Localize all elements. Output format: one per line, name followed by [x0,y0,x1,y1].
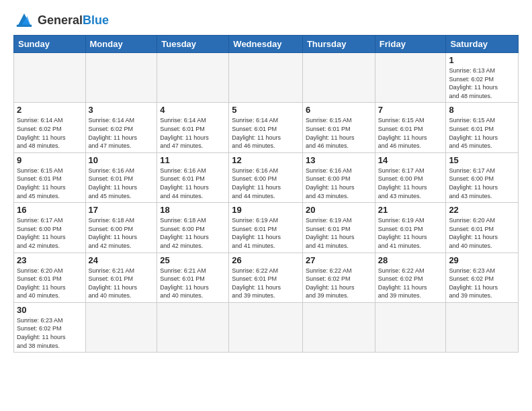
weekday-header-sunday: Sunday [14,36,86,53]
day-info: Sunrise: 6:22 AM Sunset: 6:02 PM Dayligh… [378,267,443,300]
calendar-cell: 25Sunrise: 6:21 AM Sunset: 6:01 PM Dayli… [157,253,229,302]
day-info: Sunrise: 6:20 AM Sunset: 6:01 PM Dayligh… [17,267,83,300]
calendar-cell [446,302,519,352]
day-info: Sunrise: 6:16 AM Sunset: 6:00 PM Dayligh… [306,167,372,200]
calendar-cell: 2Sunrise: 6:14 AM Sunset: 6:02 PM Daylig… [14,103,86,152]
calendar-cell: 22Sunrise: 6:20 AM Sunset: 6:01 PM Dayli… [446,203,519,253]
day-info: Sunrise: 6:15 AM Sunset: 6:01 PM Dayligh… [449,116,515,150]
calendar-cell [375,53,446,103]
day-info: Sunrise: 6:18 AM Sunset: 6:00 PM Dayligh… [160,216,226,250]
calendar-cell: 29Sunrise: 6:23 AM Sunset: 6:02 PM Dayli… [446,253,519,302]
calendar-cell: 3Sunrise: 6:14 AM Sunset: 6:02 PM Daylig… [85,103,157,152]
week-row-4: 16Sunrise: 6:17 AM Sunset: 6:00 PM Dayli… [14,203,519,253]
day-info: Sunrise: 6:23 AM Sunset: 6:02 PM Dayligh… [17,316,83,350]
calendar-cell: 21Sunrise: 6:19 AM Sunset: 6:01 PM Dayli… [375,203,446,253]
day-number: 2 [17,105,83,115]
logo-text: GeneralBlue [38,14,109,26]
day-number: 30 [17,305,83,315]
day-number: 26 [232,255,300,265]
week-row-5: 23Sunrise: 6:20 AM Sunset: 6:01 PM Dayli… [14,253,519,302]
day-number: 24 [89,255,154,265]
calendar-cell: 28Sunrise: 6:22 AM Sunset: 6:02 PM Dayli… [375,253,446,302]
calendar-cell: 14Sunrise: 6:17 AM Sunset: 6:00 PM Dayli… [375,152,446,202]
day-info: Sunrise: 6:16 AM Sunset: 6:01 PM Dayligh… [89,167,154,200]
calendar-cell: 5Sunrise: 6:14 AM Sunset: 6:01 PM Daylig… [229,103,303,152]
calendar-cell: 17Sunrise: 6:18 AM Sunset: 6:00 PM Dayli… [85,203,157,253]
logo-icon [13,11,35,30]
day-info: Sunrise: 6:16 AM Sunset: 6:01 PM Dayligh… [160,167,226,200]
calendar-cell: 10Sunrise: 6:16 AM Sunset: 6:01 PM Dayli… [85,152,157,202]
weekday-header-wednesday: Wednesday [229,36,303,53]
day-number: 4 [160,105,226,115]
week-row-6: 30Sunrise: 6:23 AM Sunset: 6:02 PM Dayli… [14,302,519,352]
calendar-cell: 19Sunrise: 6:19 AM Sunset: 6:01 PM Dayli… [229,203,303,253]
day-number: 28 [378,255,443,265]
day-number: 15 [449,155,515,165]
day-number: 23 [17,255,83,265]
day-number: 10 [89,155,154,165]
calendar-cell [157,302,229,352]
day-number: 1 [449,55,515,65]
day-number: 11 [160,155,226,165]
calendar-cell: 4Sunrise: 6:14 AM Sunset: 6:01 PM Daylig… [157,103,229,152]
calendar-cell: 18Sunrise: 6:18 AM Sunset: 6:00 PM Dayli… [157,203,229,253]
day-number: 20 [306,205,372,215]
calendar-cell: 7Sunrise: 6:15 AM Sunset: 6:01 PM Daylig… [375,103,446,152]
day-info: Sunrise: 6:15 AM Sunset: 6:01 PM Dayligh… [306,116,372,150]
day-number: 17 [89,205,154,215]
week-row-3: 9Sunrise: 6:15 AM Sunset: 6:01 PM Daylig… [14,152,519,202]
calendar-cell [157,53,229,103]
day-number: 12 [232,155,300,165]
day-number: 8 [449,105,515,115]
weekday-header-thursday: Thursday [302,36,375,53]
calendar-cell: 12Sunrise: 6:16 AM Sunset: 6:00 PM Dayli… [229,152,303,202]
day-info: Sunrise: 6:14 AM Sunset: 6:02 PM Dayligh… [17,116,83,150]
day-info: Sunrise: 6:20 AM Sunset: 6:01 PM Dayligh… [449,216,515,250]
calendar-cell: 15Sunrise: 6:17 AM Sunset: 6:00 PM Dayli… [446,152,519,202]
day-info: Sunrise: 6:14 AM Sunset: 6:01 PM Dayligh… [160,116,226,150]
day-number: 13 [306,155,372,165]
day-number: 7 [378,105,443,115]
day-number: 27 [306,255,372,265]
day-info: Sunrise: 6:22 AM Sunset: 6:02 PM Dayligh… [306,267,372,300]
header: GeneralBlue [13,11,519,30]
calendar-cell [14,53,86,103]
calendar: SundayMondayTuesdayWednesdayThursdayFrid… [13,35,519,353]
day-info: Sunrise: 6:15 AM Sunset: 6:01 PM Dayligh… [17,167,83,200]
weekday-header-monday: Monday [85,36,157,53]
calendar-cell: 23Sunrise: 6:20 AM Sunset: 6:01 PM Dayli… [14,253,86,302]
week-row-2: 2Sunrise: 6:14 AM Sunset: 6:02 PM Daylig… [14,103,519,152]
calendar-cell [302,53,375,103]
day-info: Sunrise: 6:19 AM Sunset: 6:01 PM Dayligh… [306,216,372,250]
day-info: Sunrise: 6:16 AM Sunset: 6:00 PM Dayligh… [232,167,300,200]
calendar-cell: 26Sunrise: 6:22 AM Sunset: 6:01 PM Dayli… [229,253,303,302]
day-info: Sunrise: 6:17 AM Sunset: 6:00 PM Dayligh… [449,167,515,200]
calendar-cell: 8Sunrise: 6:15 AM Sunset: 6:01 PM Daylig… [446,103,519,152]
calendar-cell: 16Sunrise: 6:17 AM Sunset: 6:00 PM Dayli… [14,203,86,253]
weekday-header-friday: Friday [375,36,446,53]
day-info: Sunrise: 6:21 AM Sunset: 6:01 PM Dayligh… [160,267,226,300]
calendar-cell: 6Sunrise: 6:15 AM Sunset: 6:01 PM Daylig… [302,103,375,152]
day-number: 3 [89,105,154,115]
svg-rect-2 [17,25,32,27]
page: GeneralBlue SundayMondayTuesdayWednesday… [0,0,532,359]
day-number: 14 [378,155,443,165]
calendar-cell: 27Sunrise: 6:22 AM Sunset: 6:02 PM Dayli… [302,253,375,302]
calendar-cell [229,53,303,103]
day-info: Sunrise: 6:18 AM Sunset: 6:00 PM Dayligh… [89,216,154,250]
calendar-cell: 13Sunrise: 6:16 AM Sunset: 6:00 PM Dayli… [302,152,375,202]
day-info: Sunrise: 6:13 AM Sunset: 6:02 PM Dayligh… [449,66,515,100]
day-number: 5 [232,105,300,115]
weekday-header-tuesday: Tuesday [157,36,229,53]
calendar-cell: 20Sunrise: 6:19 AM Sunset: 6:01 PM Dayli… [302,203,375,253]
day-info: Sunrise: 6:15 AM Sunset: 6:01 PM Dayligh… [378,116,443,150]
day-number: 25 [160,255,226,265]
day-info: Sunrise: 6:17 AM Sunset: 6:00 PM Dayligh… [17,216,83,250]
day-info: Sunrise: 6:14 AM Sunset: 6:01 PM Dayligh… [232,116,300,150]
day-number: 21 [378,205,443,215]
day-info: Sunrise: 6:17 AM Sunset: 6:00 PM Dayligh… [378,167,443,200]
weekday-header-row: SundayMondayTuesdayWednesdayThursdayFrid… [14,36,519,53]
calendar-cell [302,302,375,352]
day-info: Sunrise: 6:14 AM Sunset: 6:02 PM Dayligh… [89,116,154,150]
day-info: Sunrise: 6:19 AM Sunset: 6:01 PM Dayligh… [378,216,443,250]
